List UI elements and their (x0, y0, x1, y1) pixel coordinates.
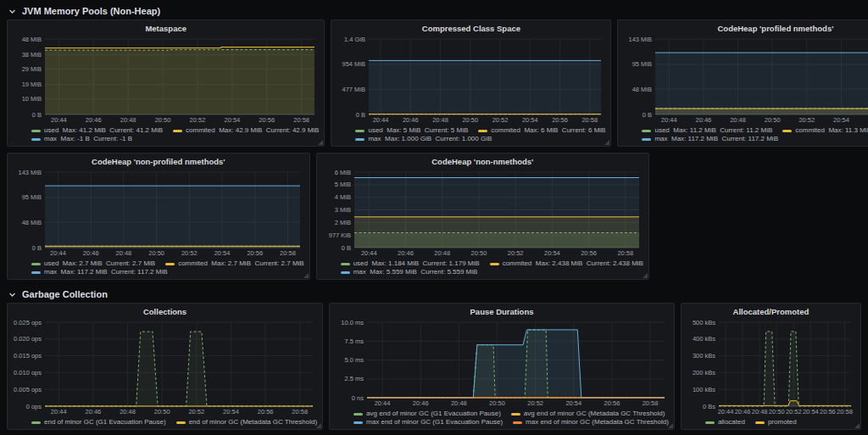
panel-title[interactable]: Metaspace (11, 23, 320, 35)
x-axis-tick-label: 20:54 (223, 408, 239, 415)
y-axis-tick-label: 2.5 ms (345, 375, 364, 382)
y-axis-tick-label: 48 MiB (22, 36, 42, 43)
x-axis-tick-label: 20:48 (434, 249, 450, 257)
y-axis-tick-label: 0 B (356, 111, 365, 119)
x-axis-tick-label: 20:56 (820, 408, 836, 415)
legend-series-color-marker (513, 421, 522, 424)
time-series-plot[interactable]: 48 MiB38 MiB29 MiB19 MiB10 MiB0 B20:4420… (11, 35, 320, 125)
time-series-plot[interactable]: 0.025 ops0.020 ops0.015 ops0.010 ops0.00… (11, 318, 319, 417)
time-series-plot[interactable]: 6 MiB5 MiB4 MiB3 MiB2 MiB977 KiB0 B20:44… (320, 168, 645, 259)
legend-item-max[interactable]: max Max: 117.2 MiB Current: 117.2 MiB (642, 135, 778, 143)
legend-row: max Max: 117.2 MiB Current: 117.2 MiB (31, 268, 304, 276)
chart-codeheap-non-nmethods[interactable]: 6 MiB5 MiB4 MiB3 MiB2 MiB977 KiB0 B20:44… (320, 168, 645, 259)
chart-legend: used Max: 1.184 MiB Current: 1.179 MiBco… (320, 259, 645, 277)
y-axis-tick-label: 143 MiB (18, 169, 42, 176)
legend-series-color-marker (355, 138, 364, 141)
legend-item-promoted[interactable]: promoted (755, 418, 797, 427)
legend-item-commited[interactable]: commited Max: 2.7 MiB Current: 2.7 MiB (165, 259, 304, 268)
legend-label: end of minor GC (G1 Evacuation Pause) (44, 418, 166, 427)
chart-metaspace[interactable]: 48 MiB38 MiB29 MiB19 MiB10 MiB0 B20:4420… (11, 35, 320, 125)
legend-label: max Max: 117.2 MiB Current: 117.2 MiB (654, 135, 778, 143)
legend-series-color-marker (31, 138, 41, 141)
panel-title[interactable]: Compressed Class Space (335, 23, 607, 35)
legend-item-end-of-minor-gc-metadata-gc-threshold[interactable]: end of minor GC (Metadata GC Threshold) (176, 418, 317, 427)
x-axis-tick-label: 20:58 (293, 116, 309, 124)
x-axis-tick-label: 20:56 (259, 116, 275, 124)
legend-item-max-end-of-minor-gc-metadata-gc-threshold[interactable]: max end of minor GC (Metadata GC Thresho… (513, 418, 669, 427)
panel-resize-handle[interactable] (854, 423, 860, 428)
panel-title[interactable]: CodeHeap 'profiled nmethods' (621, 23, 868, 35)
x-axis-tick-label: 20:52 (181, 249, 198, 257)
y-axis-tick-label: 38 MiB (22, 51, 42, 59)
legend-item-commited[interactable]: commited Max: 42.9 MiB Current: 42.9 MiB (173, 126, 319, 135)
y-axis-tick-label: 48 MiB (632, 86, 652, 93)
legend-item-commited[interactable]: commited Max: 11.3 MiB Current: 11.3 MiB (782, 126, 868, 135)
time-series-plot[interactable]: 1.4 GiB954 MiB477 MiB0 B20:4420:4620:482… (335, 35, 607, 125)
legend-label: end of minor GC (Metadata GC Threshold) (189, 418, 317, 427)
x-axis-tick-label: 20:56 (581, 249, 597, 257)
panel-title[interactable]: Collections (11, 306, 319, 318)
legend-series-color-marker (341, 263, 350, 265)
panel-title[interactable]: CodeHeap 'non-nmethods' (320, 156, 645, 168)
panel-title[interactable]: Pause Durations (333, 306, 670, 318)
legend-label: commited Max: 2.7 MiB Current: 2.7 MiB (178, 259, 304, 268)
x-axis-tick-label: 20:46 (398, 249, 414, 257)
legend-item-used[interactable]: used Max: 1.184 MiB Current: 1.179 MiB (341, 259, 480, 268)
legend-item-allocated[interactable]: allocated (705, 418, 745, 427)
legend-label: used Max: 11.2 MiB Current: 11.2 MiB (654, 126, 772, 135)
chevron-down-icon (8, 8, 16, 15)
legend-item-end-of-minor-gc-g1-evacuation-pause[interactable]: end of minor GC (G1 Evacuation Pause) (31, 418, 166, 427)
y-axis-tick-label: 48 MiB (22, 219, 42, 226)
y-axis-tick-label: 0 ns (352, 394, 364, 402)
legend-item-commited[interactable]: commited Max: 2.438 MiB Current: 2.438 M… (490, 259, 643, 268)
section-title: Garbage Collection (22, 289, 108, 299)
panel-resize-handle[interactable] (668, 423, 673, 428)
chart-pause-durations[interactable]: 10.0 ms7.5 ms5.0 ms2.5 ms0 ns20:4420:462… (333, 318, 670, 409)
y-axis-tick-label: 10.0 ms (341, 319, 364, 326)
time-series-plot[interactable]: 143 MiB95 MiB48 MiB0 B20:4420:4620:4820:… (621, 35, 868, 125)
legend-item-used[interactable]: used Max: 41.2 MiB Current: 41.2 MiB (31, 126, 163, 135)
time-series-plot[interactable]: 500 kBs400 kBs300 kBs200 kBs100 kBs0 Bs2… (685, 318, 857, 417)
x-axis-tick-label: 20:58 (582, 116, 598, 124)
panel-resize-handle[interactable] (643, 273, 648, 278)
legend-item-used[interactable]: used Max: 2.7 MiB Current: 2.7 MiB (31, 259, 155, 268)
legend-label: allocated (718, 418, 745, 427)
panel-row-1: Metaspace48 MiB38 MiB29 MiB19 MiB10 MiB0… (7, 20, 861, 147)
legend-label: avg end of minor GC (G1 Evacuation Pause… (366, 410, 501, 418)
section-jvm-memory-pools-non-heap[interactable]: JVM Memory Pools (Non-Heap) (7, 3, 861, 20)
y-axis-tick-label: 0 B (32, 244, 42, 252)
chart-codeheap-profiled-nmethods[interactable]: 143 MiB95 MiB48 MiB0 B20:4420:4620:4820:… (621, 35, 868, 125)
legend-row: max end of minor GC (G1 Evacuation Pause… (353, 418, 669, 427)
panel-title[interactable]: Allocated/Promoted (685, 306, 857, 318)
legend-item-max[interactable]: max Max: 117.2 MiB Current: 117.2 MiB (31, 268, 168, 276)
legend-item-used[interactable]: used Max: 11.2 MiB Current: 11.2 MiB (642, 126, 772, 135)
chart-codeheap-non-profiled-nmethods[interactable]: 143 MiB95 MiB48 MiB0 B20:4420:4620:4820:… (11, 168, 306, 259)
x-axis-tick-label: 20:48 (451, 399, 467, 407)
panel-resize-handle[interactable] (318, 140, 323, 145)
legend-item-max-end-of-minor-gc-g1-evacuation-pause[interactable]: max end of minor GC (G1 Evacuation Pause… (353, 418, 503, 427)
section-title: JVM Memory Pools (Non-Heap) (22, 6, 160, 16)
chart-compressed-class-space[interactable]: 1.4 GiB954 MiB477 MiB0 B20:4420:4620:482… (335, 35, 607, 125)
legend-item-used[interactable]: used Max: 5 MiB Current: 5 MiB (355, 126, 468, 135)
chart-collections[interactable]: 0.025 ops0.020 ops0.015 ops0.010 ops0.00… (11, 318, 319, 417)
panel-title[interactable]: CodeHeap 'non-profiled nmethods' (11, 156, 306, 168)
section-garbage-collection[interactable]: Garbage Collection (7, 286, 861, 303)
y-axis-tick-label: 100 kBs (693, 386, 715, 393)
y-axis-tick-label: 95 MiB (22, 193, 42, 201)
legend-item-max[interactable]: max Max: 1.000 GiB Current: 1.000 GiB (355, 135, 492, 143)
x-axis-tick-label: 20:58 (837, 408, 853, 415)
time-series-plot[interactable]: 10.0 ms7.5 ms5.0 ms2.5 ms0 ns20:4420:462… (333, 318, 670, 409)
x-axis-tick-label: 20:54 (544, 249, 560, 257)
chart-allocated-promoted[interactable]: 500 kBs400 kBs300 kBs200 kBs100 kBs0 Bs2… (685, 318, 857, 417)
legend-item-avg-end-of-minor-gc-metadata-gc-threshold[interactable]: avg end of minor GC (Metadata GC Thresho… (511, 410, 665, 418)
panel-pause-durations: Pause Durations10.0 ms7.5 ms5.0 ms2.5 ms… (329, 303, 675, 430)
legend-item-commited[interactable]: commited Max: 6 MiB Current: 6 MiB (478, 126, 605, 135)
legend-item-avg-end-of-minor-gc-g1-evacuation-pause[interactable]: avg end of minor GC (G1 Evacuation Pause… (353, 410, 501, 418)
panel-resize-handle[interactable] (604, 140, 609, 145)
panel-resize-handle[interactable] (303, 273, 309, 278)
legend-item-max[interactable]: max Max: 5.559 MiB Current: 5.559 MiB (341, 268, 478, 276)
x-axis-tick-label: 20:50 (463, 116, 479, 124)
legend-item-max[interactable]: max Max: -1 B Current: -1 B (31, 135, 132, 143)
time-series-plot[interactable]: 143 MiB95 MiB48 MiB0 B20:4420:4620:4820:… (11, 168, 306, 259)
panel-resize-handle[interactable] (316, 423, 321, 428)
